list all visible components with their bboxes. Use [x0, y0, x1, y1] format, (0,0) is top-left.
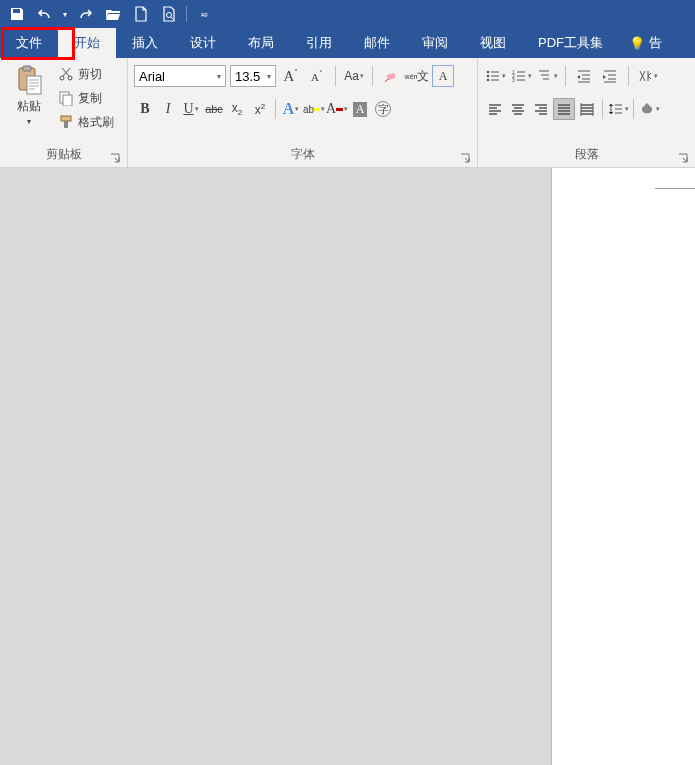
document-area — [0, 168, 695, 765]
tab-insert-label: 插入 — [132, 34, 158, 52]
chevron-down-icon: ▾ — [267, 72, 271, 81]
tab-layout-label: 布局 — [248, 34, 274, 52]
tab-view[interactable]: 视图 — [464, 28, 522, 58]
tab-references[interactable]: 引用 — [290, 28, 348, 58]
tab-tell-me[interactable]: 💡告 — [619, 28, 678, 58]
divider — [565, 66, 566, 86]
divider — [372, 66, 373, 86]
font-size-combo[interactable]: 13.5 ▾ — [230, 65, 276, 87]
clipboard-group-label: 剪贴板 — [6, 144, 121, 167]
highlight-color-button[interactable]: ab▾ — [303, 98, 325, 120]
svg-point-11 — [486, 71, 489, 74]
shading-button[interactable]: ▾ — [638, 98, 660, 120]
numbering-button[interactable]: 123▾ — [510, 65, 532, 87]
shrink-font-button[interactable]: A˅ — [306, 65, 328, 87]
paste-dropdown-caret: ▾ — [27, 117, 31, 126]
tab-layout[interactable]: 布局 — [232, 28, 290, 58]
tab-design[interactable]: 设计 — [174, 28, 232, 58]
font-size-value: 13.5 — [235, 69, 260, 84]
divider — [628, 66, 629, 86]
superscript-button[interactable]: x2 — [249, 98, 271, 120]
bullets-button[interactable]: ▾ — [484, 65, 506, 87]
line-spacing-button[interactable]: ▾ — [607, 98, 629, 120]
svg-point-0 — [167, 13, 172, 18]
bulb-icon: 💡 — [629, 36, 645, 51]
cut-label: 剪切 — [78, 66, 102, 83]
divider — [335, 66, 336, 86]
paste-button[interactable]: 粘贴 ▾ — [6, 62, 52, 128]
distributed-button[interactable] — [576, 98, 598, 120]
italic-button[interactable]: I — [157, 98, 179, 120]
save-button[interactable] — [4, 2, 30, 26]
char-shading-button[interactable]: A — [349, 98, 371, 120]
svg-rect-8 — [61, 116, 71, 121]
svg-rect-7 — [63, 95, 72, 106]
svg-point-12 — [486, 75, 489, 78]
paste-label: 粘贴 — [17, 98, 41, 115]
tab-insert[interactable]: 插入 — [116, 28, 174, 58]
undo-button[interactable] — [32, 2, 58, 26]
increase-indent-button[interactable] — [599, 65, 621, 87]
asian-layout-button[interactable]: ▾ — [636, 65, 658, 87]
align-center-button[interactable] — [507, 98, 529, 120]
svg-point-13 — [486, 79, 489, 82]
copy-button[interactable]: 复制 — [56, 86, 116, 110]
group-clipboard: 粘贴 ▾ 剪切 复制 格式刷 剪贴板 — [0, 58, 128, 167]
new-doc-button[interactable] — [128, 2, 154, 26]
subscript-button[interactable]: x2 — [226, 98, 248, 120]
clipboard-launcher[interactable] — [109, 152, 121, 164]
divider — [602, 99, 603, 119]
svg-rect-2 — [23, 66, 31, 71]
document-page[interactable] — [551, 168, 695, 765]
svg-text:3: 3 — [512, 77, 515, 83]
tab-mail-label: 邮件 — [364, 34, 390, 52]
tab-mail[interactable]: 邮件 — [348, 28, 406, 58]
tab-home[interactable]: 开始 — [58, 28, 116, 58]
print-preview-button[interactable] — [156, 2, 182, 26]
font-launcher[interactable] — [459, 152, 471, 164]
text-effects-button[interactable]: A▾ — [280, 98, 302, 120]
strikethrough-button[interactable]: abc — [203, 98, 225, 120]
clear-formatting-button[interactable] — [380, 65, 402, 87]
open-button[interactable] — [100, 2, 126, 26]
svg-point-5 — [68, 76, 72, 80]
enclose-char-button[interactable]: 字 — [372, 98, 394, 120]
redo-button[interactable] — [72, 2, 98, 26]
font-color-button[interactable]: A▾ — [326, 98, 348, 120]
undo-dropdown[interactable]: ▾ — [60, 2, 70, 26]
align-left-button[interactable] — [484, 98, 506, 120]
char-border-button[interactable]: A — [432, 65, 454, 87]
format-painter-label: 格式刷 — [78, 114, 114, 131]
font-name-combo[interactable]: Arial ▾ — [134, 65, 226, 87]
tab-review-label: 审阅 — [422, 34, 448, 52]
navigation-pane[interactable] — [0, 168, 551, 765]
tab-file-label: 文件 — [16, 34, 42, 52]
tab-pdf-label: PDF工具集 — [538, 34, 603, 52]
svg-point-4 — [60, 76, 64, 80]
ribbon-tabs: 文件 开始 插入 设计 布局 引用 邮件 审阅 视图 PDF工具集 💡告 — [0, 28, 695, 58]
align-right-button[interactable] — [530, 98, 552, 120]
paragraph-group-label: 段落 — [484, 144, 689, 167]
cut-button[interactable]: 剪切 — [56, 62, 116, 86]
decrease-indent-button[interactable] — [573, 65, 595, 87]
chevron-down-icon: ▾ — [217, 72, 221, 81]
change-case-button[interactable]: Aa▾ — [343, 65, 365, 87]
format-painter-button[interactable]: 格式刷 — [56, 110, 116, 134]
tab-pdf[interactable]: PDF工具集 — [522, 28, 619, 58]
format-painter-icon — [58, 114, 74, 130]
grow-font-button[interactable]: A˄ — [280, 65, 302, 87]
qat-customize-button[interactable]: ≂ — [191, 2, 217, 26]
underline-button[interactable]: U▾ — [180, 98, 202, 120]
copy-label: 复制 — [78, 90, 102, 107]
tab-design-label: 设计 — [190, 34, 216, 52]
phonetic-guide-button[interactable]: wén文 — [406, 65, 428, 87]
tab-review[interactable]: 审阅 — [406, 28, 464, 58]
tab-file[interactable]: 文件 — [0, 28, 58, 58]
multilevel-list-button[interactable]: ▾ — [536, 65, 558, 87]
svg-rect-3 — [27, 76, 41, 94]
paragraph-launcher[interactable] — [677, 152, 689, 164]
align-justify-button[interactable] — [553, 98, 575, 120]
bold-button[interactable]: B — [134, 98, 156, 120]
quick-access-toolbar: ▾ ≂ — [0, 0, 695, 28]
tab-references-label: 引用 — [306, 34, 332, 52]
